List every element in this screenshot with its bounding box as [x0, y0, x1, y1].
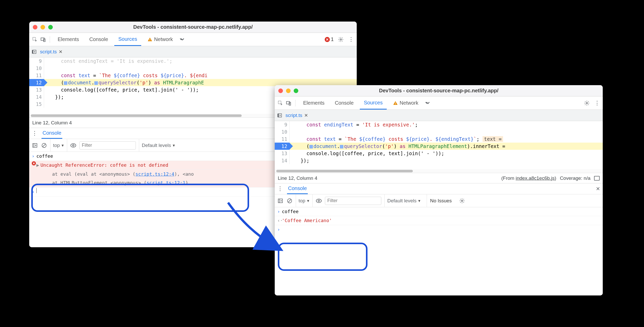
prompt-icon: › [277, 226, 282, 233]
maximize-icon[interactable] [294, 88, 298, 93]
kebab-icon[interactable]: ⋮ [277, 185, 283, 192]
window-title: DevTools - consistent-source-map-pc.netl… [379, 88, 498, 94]
device-toolbar-icon[interactable] [40, 36, 46, 43]
console-input: coffee [282, 208, 600, 215]
svg-point-20 [586, 102, 588, 104]
code-line: console.log([coffee, price, text].join('… [290, 150, 603, 157]
code-editor[interactable]: 9 const endingText = 'It is expensive.';… [275, 121, 603, 169]
context-selector[interactable]: top ▼ [296, 194, 313, 207]
filter-input[interactable] [325, 197, 381, 205]
coverage-icon[interactable] [594, 176, 600, 181]
clear-console-icon[interactable] [41, 142, 47, 148]
chevron-down-icon: ▼ [172, 143, 176, 147]
line-number: 13 [275, 150, 290, 157]
filter-input[interactable] [79, 141, 136, 150]
horizontal-scrollbar[interactable] [275, 169, 603, 173]
line-number: 10 [29, 65, 44, 72]
close-icon[interactable]: ✕ [304, 113, 308, 118]
minimize-icon[interactable] [40, 25, 45, 29]
navigator-icon[interactable] [277, 112, 283, 118]
no-issues-label[interactable]: No Issues [427, 194, 455, 207]
svg-rect-19 [395, 104, 396, 104]
kebab-icon[interactable]: ⋮ [348, 36, 354, 43]
tab-network-label: Network [400, 100, 418, 106]
kebab-icon[interactable]: ⋮ [32, 130, 37, 137]
svg-rect-18 [395, 102, 396, 104]
close-icon[interactable] [33, 25, 37, 29]
stack-link[interactable]: script.ts:12:4 [135, 171, 174, 177]
devtools-window-b: DevTools - consistent-source-map-pc.netl… [275, 85, 603, 295]
expand-icon[interactable]: ▶ [36, 161, 40, 169]
close-icon[interactable]: ✕ [596, 186, 600, 192]
file-tab-scriptts[interactable]: script.ts ✕ [40, 49, 63, 55]
live-expression-icon[interactable] [70, 142, 76, 148]
tab-network[interactable]: Network [389, 97, 422, 109]
error-icon: ✕ [325, 37, 330, 42]
sidebar-toggle-icon[interactable] [32, 142, 38, 148]
close-icon[interactable]: ✕ [59, 49, 63, 55]
code-line: const endingText = 'It is expensive.'; [290, 121, 603, 128]
gear-icon[interactable] [584, 100, 590, 106]
warning-icon [393, 101, 398, 106]
code-line: const text = `The ${coffee} costs ${pric… [44, 72, 357, 79]
more-tabs-icon[interactable] [425, 100, 431, 106]
line-number: 15 [29, 101, 44, 108]
chevron-down-icon: ▼ [61, 143, 64, 147]
tab-elements[interactable]: Elements [299, 97, 329, 109]
gear-icon[interactable] [459, 198, 465, 204]
source-map-link[interactable]: index.a8c1ec6b.js [516, 175, 555, 181]
log-levels[interactable]: Default levels ▼ [139, 139, 178, 152]
context-label: top [53, 143, 60, 148]
cursor-position: Line 12, Column 4 [32, 120, 72, 126]
line-number: 14 [29, 93, 44, 101]
kebab-icon[interactable]: ⋮ [594, 100, 600, 106]
maximize-icon[interactable] [48, 25, 53, 29]
svg-point-28 [318, 200, 320, 202]
tab-elements[interactable]: Elements [54, 33, 83, 45]
tab-sources[interactable]: Sources [360, 97, 387, 110]
prompt-icon: › [32, 152, 36, 160]
svg-line-11 [43, 144, 46, 147]
navigator-icon[interactable] [31, 49, 37, 55]
stack-link[interactable]: script.ts:12:1 [147, 180, 186, 185]
clear-console-icon[interactable] [287, 198, 293, 204]
result-icon: ‹· [277, 217, 282, 224]
log-levels-label: Default levels [142, 143, 171, 148]
console-input-row: › coffee [275, 207, 603, 216]
minimize-icon[interactable] [286, 88, 291, 93]
drawer-tab-console[interactable]: Console [42, 128, 62, 139]
code-line [290, 128, 603, 135]
context-selector[interactable]: top ▼ [50, 139, 67, 152]
live-expression-icon[interactable] [316, 198, 322, 204]
close-icon[interactable] [278, 88, 283, 93]
log-levels[interactable]: Default levels ▼ [384, 194, 424, 207]
gear-icon[interactable] [338, 36, 344, 43]
tab-sources[interactable]: Sources [114, 33, 141, 46]
svg-point-12 [71, 144, 76, 147]
device-toolbar-icon[interactable] [285, 100, 292, 106]
tab-console[interactable]: Console [85, 33, 112, 45]
error-indicator[interactable]: ✕ 1 [325, 36, 334, 42]
inspect-icon[interactable] [32, 36, 38, 43]
titlebar[interactable]: DevTools - consistent-source-map-pc.netl… [29, 22, 357, 33]
status-bar: Line 12, Column 4 (From index.a8c1ec6b.j… [275, 173, 603, 183]
sidebar-toggle-icon[interactable] [277, 198, 283, 204]
drawer-tab-console[interactable]: Console [287, 183, 308, 194]
error-count: 1 [331, 36, 334, 42]
line-number: 9 [275, 121, 290, 128]
console-body[interactable]: › coffee ‹· 'Coffee Americano' › [275, 207, 603, 295]
log-levels-label: Default levels [387, 198, 416, 204]
line-number: 11 [275, 135, 290, 143]
line-number: 11 [29, 72, 44, 79]
console-toolbar: top ▼ Default levels ▼ No Issues [275, 194, 603, 207]
inspect-icon[interactable] [277, 100, 283, 106]
tab-console[interactable]: Console [331, 97, 357, 109]
code-line-current: (document.querySelector('p') as HTMLPara… [290, 143, 603, 150]
titlebar[interactable]: DevTools - consistent-source-map-pc.netl… [275, 85, 603, 96]
inline-value-hint: text = [483, 136, 503, 142]
console-prompt-row[interactable]: › [275, 225, 603, 234]
file-tab-scriptts[interactable]: script.ts ✕ [285, 113, 308, 118]
tab-network[interactable]: Network [143, 33, 177, 45]
source-map-from: (From index.a8c1ec6b.js) [501, 175, 556, 181]
more-tabs-icon[interactable] [179, 36, 185, 43]
